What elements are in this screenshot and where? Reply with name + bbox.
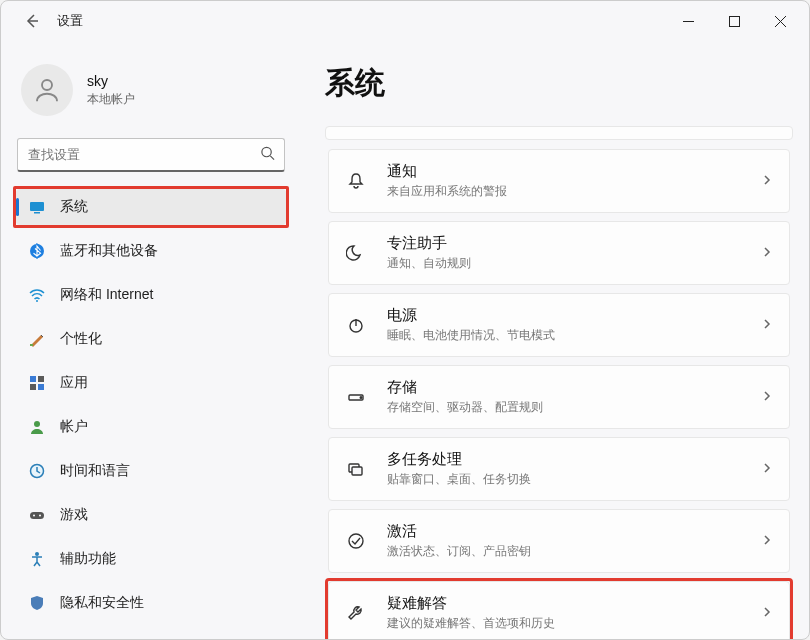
card-subtitle: 通知、自动规则 [387, 255, 761, 272]
chevron-right-icon [761, 460, 773, 478]
card-subtitle: 睡眠、电池使用情况、节电模式 [387, 327, 761, 344]
card-title: 疑难解答 [387, 594, 761, 613]
svg-point-23 [349, 534, 363, 548]
svg-rect-9 [38, 376, 44, 382]
svg-rect-8 [30, 376, 36, 382]
apps-icon [28, 374, 46, 392]
svg-point-15 [33, 515, 35, 517]
privacy-icon [28, 594, 46, 612]
nav-item-accessibility[interactable]: 辅助功能 [16, 541, 286, 577]
nav-item-account[interactable]: 帐户 [16, 409, 286, 445]
settings-card-bell[interactable]: 通知来自应用和系统的警报 [328, 149, 790, 213]
chevron-right-icon [761, 388, 773, 406]
card-title: 激活 [387, 522, 761, 541]
app-title: 设置 [57, 12, 655, 30]
nav-item-privacy[interactable]: 隐私和安全性 [16, 585, 286, 621]
user-name: sky [87, 73, 135, 89]
card-text: 通知来自应用和系统的警报 [387, 162, 761, 200]
avatar [21, 64, 73, 116]
nav-item-apps[interactable]: 应用 [16, 365, 286, 401]
svg-point-12 [34, 421, 40, 427]
settings-card-storage[interactable]: 存储存储空间、驱动器、配置规则 [328, 365, 790, 429]
settings-card-power[interactable]: 电源睡眠、电池使用情况、节电模式 [328, 293, 790, 357]
svg-rect-3 [30, 202, 44, 211]
svg-point-2 [262, 147, 271, 156]
card-text: 疑难解答建议的疑难解答、首选项和历史 [387, 594, 761, 632]
card-text: 存储存储空间、驱动器、配置规则 [387, 378, 761, 416]
card-text: 多任务处理贴靠窗口、桌面、任务切换 [387, 450, 761, 488]
svg-point-20 [360, 397, 362, 399]
nav-item-label: 帐户 [60, 418, 88, 436]
search-wrap [17, 138, 285, 172]
card-text: 电源睡眠、电池使用情况、节电模式 [387, 306, 761, 344]
nav-item-time[interactable]: 时间和语言 [16, 453, 286, 489]
back-button[interactable] [17, 6, 47, 36]
card-subtitle: 贴靠窗口、桌面、任务切换 [387, 471, 761, 488]
settings-card-check[interactable]: 激活激活状态、订阅、产品密钥 [328, 509, 790, 573]
close-button[interactable] [757, 5, 803, 37]
settings-card-moon[interactable]: 专注助手通知、自动规则 [328, 221, 790, 285]
svg-point-1 [42, 80, 52, 90]
main-panel: 系统 通知来自应用和系统的警报专注助手通知、自动规则电源睡眠、电池使用情况、节电… [301, 41, 809, 639]
svg-rect-10 [30, 384, 36, 390]
svg-rect-11 [38, 384, 44, 390]
nav-item-label: 辅助功能 [60, 550, 116, 568]
settings-card-multitask[interactable]: 多任务处理贴靠窗口、桌面、任务切换 [328, 437, 790, 501]
wrench-icon [343, 600, 369, 626]
settings-card-wrench[interactable]: 疑难解答建议的疑难解答、首选项和历史 [328, 581, 790, 639]
svg-rect-14 [30, 512, 44, 519]
personalize-icon [28, 330, 46, 348]
multitask-icon [343, 456, 369, 482]
settings-window: 设置 sky 本地帐户 系统蓝牙和 [0, 0, 810, 640]
svg-rect-7 [30, 344, 33, 346]
update-icon [28, 638, 46, 639]
page-title: 系统 [325, 63, 793, 104]
nav-item-label: 游戏 [60, 506, 88, 524]
maximize-button[interactable] [711, 5, 757, 37]
time-icon [28, 462, 46, 480]
chevron-right-icon [761, 244, 773, 262]
nav-item-label: 系统 [60, 198, 88, 216]
card-partial-top[interactable] [325, 126, 793, 140]
gaming-icon [28, 506, 46, 524]
window-controls [665, 5, 803, 37]
chevron-right-icon [761, 172, 773, 190]
titlebar: 设置 [1, 1, 809, 41]
nav-item-label: 隐私和安全性 [60, 594, 144, 612]
card-title: 专注助手 [387, 234, 761, 253]
nav-item-system[interactable]: 系统 [16, 189, 286, 225]
user-block[interactable]: sky 本地帐户 [1, 46, 301, 134]
minimize-button[interactable] [665, 5, 711, 37]
bell-icon [343, 168, 369, 194]
search-input[interactable] [17, 138, 285, 172]
svg-rect-0 [729, 16, 739, 26]
search-icon [260, 146, 275, 165]
power-icon [343, 312, 369, 338]
svg-point-6 [36, 300, 38, 302]
nav-item-bluetooth[interactable]: 蓝牙和其他设备 [16, 233, 286, 269]
card-subtitle: 建议的疑难解答、首选项和历史 [387, 615, 761, 632]
accessibility-icon [28, 550, 46, 568]
network-icon [28, 286, 46, 304]
nav-item-gaming[interactable]: 游戏 [16, 497, 286, 533]
nav-item-label: Windows 更新 [60, 638, 149, 639]
chevron-right-icon [761, 316, 773, 334]
user-subtitle: 本地帐户 [87, 91, 135, 108]
nav-item-label: 应用 [60, 374, 88, 392]
card-subtitle: 激活状态、订阅、产品密钥 [387, 543, 761, 560]
svg-rect-4 [34, 212, 40, 214]
card-title: 存储 [387, 378, 761, 397]
chevron-right-icon [761, 604, 773, 622]
card-text: 激活激活状态、订阅、产品密钥 [387, 522, 761, 560]
svg-point-16 [39, 515, 41, 517]
back-arrow-icon [24, 13, 40, 29]
nav-item-network[interactable]: 网络和 Internet [16, 277, 286, 313]
card-title: 通知 [387, 162, 761, 181]
nav-item-personalize[interactable]: 个性化 [16, 321, 286, 357]
storage-icon [343, 384, 369, 410]
moon-icon [343, 240, 369, 266]
nav-item-label: 网络和 Internet [60, 286, 153, 304]
nav-item-update[interactable]: Windows 更新 [16, 629, 286, 639]
nav-item-label: 蓝牙和其他设备 [60, 242, 158, 260]
card-title: 电源 [387, 306, 761, 325]
